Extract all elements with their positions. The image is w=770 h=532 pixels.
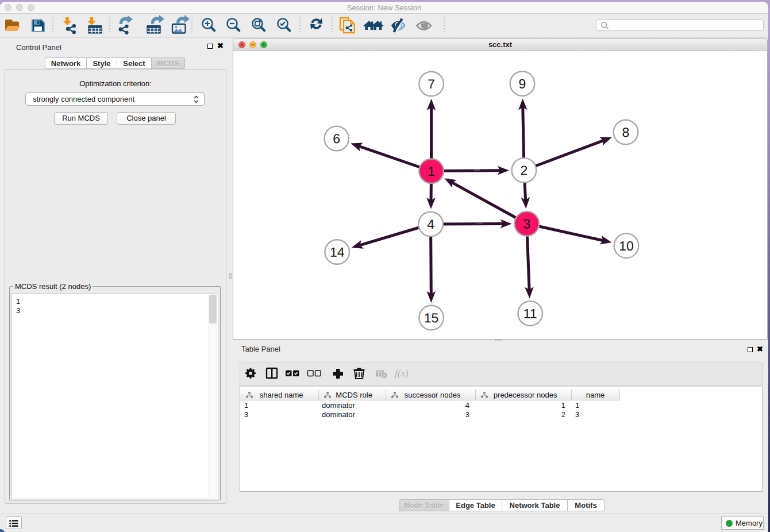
svg-text:1: 1 [428, 164, 435, 179]
svg-text:9: 9 [519, 76, 526, 91]
svg-text:4: 4 [427, 217, 434, 232]
svg-text:11: 11 [523, 306, 537, 321]
svg-text:10: 10 [619, 238, 634, 253]
svg-text:2: 2 [520, 163, 528, 178]
svg-text:14: 14 [330, 245, 345, 260]
svg-text:3: 3 [523, 216, 530, 231]
svg-text:8: 8 [622, 125, 630, 140]
svg-text:f(x): f(x) [395, 368, 409, 379]
svg-text:7: 7 [428, 76, 435, 91]
svg-text:6: 6 [333, 131, 340, 146]
svg-text:15: 15 [424, 310, 439, 325]
